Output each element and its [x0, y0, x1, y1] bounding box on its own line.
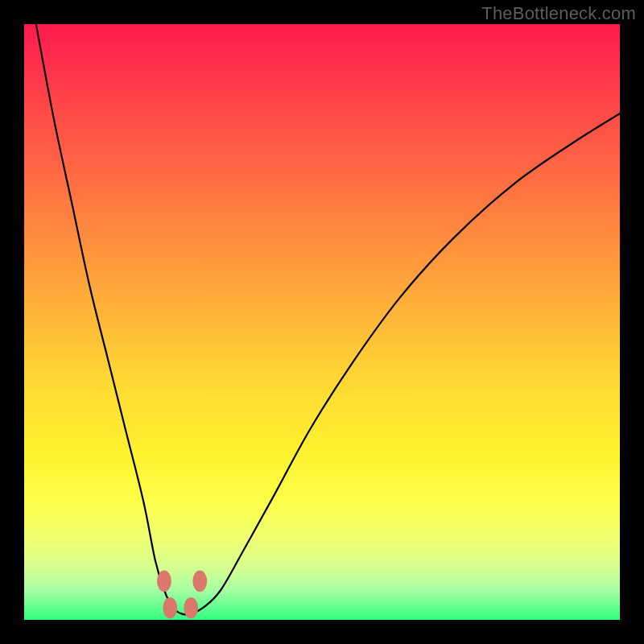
bottleneck-curve-path	[36, 24, 620, 615]
minimum-marker	[163, 597, 177, 619]
minimum-marker	[184, 597, 198, 619]
minimum-marker	[192, 571, 207, 592]
minimum-marker	[157, 571, 171, 592]
marker-group	[157, 571, 207, 619]
curve-svg	[24, 24, 620, 620]
plot-area	[24, 24, 620, 620]
brand-watermark: TheBottleneck.com	[481, 3, 636, 24]
chart-frame: TheBottleneck.com	[0, 0, 644, 644]
